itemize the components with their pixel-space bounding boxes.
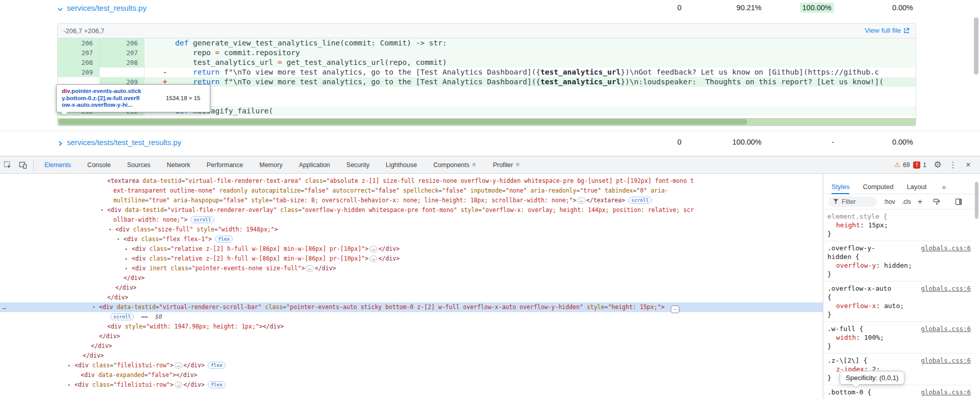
tab-security[interactable]: Security	[338, 156, 378, 174]
dom-tree-row[interactable]: </div>	[0, 351, 823, 361]
adorner-badge[interactable]: flex	[208, 362, 226, 369]
expand-inline-icon[interactable]: …	[306, 265, 313, 272]
adorner-badge[interactable]: scroll	[628, 197, 652, 204]
rendering-emulation-icon[interactable]	[929, 195, 944, 208]
toggle-element-classes[interactable]: .cls	[902, 198, 911, 205]
expand-inline-icon[interactable]: …	[175, 382, 182, 388]
adorner-badge[interactable]: scroll	[110, 313, 134, 320]
markup-token	[146, 255, 150, 262]
tab-elements[interactable]: Elements	[36, 156, 79, 174]
styles-tab-computed[interactable]: Computed	[863, 180, 893, 194]
stylesheet-link[interactable]: globals.css:6	[921, 324, 971, 333]
page-scrollbar[interactable]	[973, 0, 979, 153]
dom-tree-row[interactable]: ▸<div inert class="pointer-events-none s…	[0, 264, 823, 273]
kebab-menu-icon[interactable]: ⋮	[945, 158, 961, 172]
dom-tree-row[interactable]: </div>	[0, 273, 823, 283]
dom-tree-row[interactable]: ▾<div class="size-full" style="width: 19…	[0, 225, 823, 234]
stylesheet-link[interactable]: globals.css:6	[921, 388, 971, 396]
css-property[interactable]: overflow-y: hidden;	[827, 261, 970, 270]
markup-token	[89, 381, 92, 388]
dom-tree-row[interactable]: <div data-expanded="false"></div>	[0, 370, 823, 380]
tab-application[interactable]: Application	[290, 156, 338, 174]
view-full-file-link[interactable]: View full file	[865, 27, 910, 34]
css-property[interactable]: overflow-x: auto;	[827, 301, 970, 310]
markup-token: style	[460, 206, 478, 214]
dom-tree-row[interactable]: ▸<div class="filelistui-row">…</div>flex	[0, 380, 823, 390]
rule-selector[interactable]: hidden {	[827, 252, 970, 261]
tab-network[interactable]: Network	[159, 156, 199, 174]
errors-badge[interactable]: ! 1	[913, 161, 926, 169]
scrollbar-thumb[interactable]	[974, 17, 978, 75]
device-toolbar-icon[interactable]	[15, 158, 31, 172]
dom-tree-row[interactable]: ext-transparent outline-none" readonly a…	[0, 186, 823, 196]
collapse-arrow-icon[interactable]: ▾	[101, 205, 103, 215]
dom-tree-row[interactable]: </div>	[0, 332, 823, 341]
adorner-badge[interactable]: flex	[215, 236, 233, 243]
scrollbar-thumb[interactable]	[59, 119, 747, 125]
tab-memory[interactable]: Memory	[251, 156, 290, 174]
stylesheet-link[interactable]: globals.css:6	[921, 284, 971, 293]
collapse-arrow-icon[interactable]: ▾	[109, 225, 111, 234]
chevron-right-icon[interactable]	[57, 139, 63, 146]
dom-tree-row[interactable]: </div>	[0, 341, 823, 351]
expand-arrow-icon[interactable]: ▸	[125, 244, 128, 254]
adorner-badge[interactable]: scroll	[190, 216, 214, 223]
file-name-link[interactable]: services/test_results.py	[67, 4, 146, 12]
css-property[interactable]: width: 100%;	[827, 333, 970, 342]
file-row-test-test-results[interactable]: services/tests/test_test_results.py 0 10…	[0, 131, 980, 153]
expand-arrow-icon[interactable]: ▸	[68, 380, 70, 390]
dom-tree-row[interactable]: ▾<div data-testid="virtual-file-renderer…	[0, 205, 823, 215]
dom-tree-row[interactable]: </div>	[0, 293, 823, 302]
expand-arrow-icon[interactable]: ▸	[68, 361, 70, 370]
tab-lighthouse[interactable]: Lighthouse	[378, 156, 425, 174]
dom-tree-row[interactable]: ollbar-width: none;">scroll	[0, 215, 823, 225]
tab-performance[interactable]: Performance	[199, 156, 252, 174]
warnings-badge[interactable]: ⚠ 69	[894, 161, 910, 169]
computed-panel-toggle-icon[interactable]	[951, 195, 966, 208]
chevron-down-icon[interactable]	[57, 5, 63, 11]
dom-tree-row[interactable]: ▸<div class="filelistui-row">…</div>flex	[0, 361, 823, 370]
diff-horizontal-scrollbar[interactable]	[58, 118, 916, 126]
collapse-arrow-icon[interactable]: ▾	[92, 302, 95, 312]
expand-inline-icon[interactable]: …	[370, 255, 377, 262]
expand-inline-icon[interactable]: …	[370, 246, 377, 252]
stylesheet-link[interactable]: globals.css:6	[921, 356, 971, 365]
new-style-rule-button[interactable]: +	[918, 197, 922, 206]
inspect-element-icon[interactable]	[0, 158, 15, 172]
dom-tree-row[interactable]: ▸<div class="relative z-[2] h-full w-[86…	[0, 254, 823, 264]
toggle-hover-state[interactable]: :hov	[884, 198, 895, 205]
dom-tree-row[interactable]: <textarea data-testid="virtual-file-rend…	[0, 176, 823, 186]
expand-inline-icon[interactable]: …	[577, 197, 585, 204]
more-actions-icon[interactable]: …	[3, 302, 7, 312]
expand-arrow-icon[interactable]: ▸	[125, 264, 128, 273]
expand-inline-icon[interactable]: …	[175, 362, 182, 369]
styles-scrollbar-thumb[interactable]	[975, 182, 978, 219]
settings-gear-icon[interactable]: ⚙	[930, 158, 945, 172]
markup-token	[130, 226, 133, 233]
styles-tab-layout[interactable]: Layout	[906, 180, 926, 194]
more-tabs-icon[interactable]: »	[942, 183, 946, 191]
css-property[interactable]: height: 15px;	[827, 221, 970, 229]
file-row-test-results[interactable]: services/test_results.py 0 90.21% 100.00…	[0, 0, 980, 16]
dom-tree-row[interactable]: ▾<div class="flex flex-1">flex	[0, 234, 823, 244]
stylesheet-link[interactable]: globals.css:6	[921, 244, 971, 252]
tab-console[interactable]: Console	[79, 156, 119, 174]
tab-profiler[interactable]: Profiler⚛	[485, 156, 528, 174]
rule-selector[interactable]: {	[827, 293, 970, 301]
styles-filter-input[interactable]: Filter	[828, 197, 877, 207]
rule-selector[interactable]: element.style {	[827, 212, 970, 221]
adorner-badge[interactable]: flex	[208, 381, 226, 388]
file-name-link[interactable]: services/tests/test_test_results.py	[67, 138, 181, 147]
dom-tree-row[interactable]: scroll == $0	[0, 312, 823, 322]
close-devtools-icon[interactable]: ✕	[961, 158, 976, 172]
tab-components[interactable]: Components⚛	[425, 156, 485, 174]
collapse-arrow-icon[interactable]: ▾	[117, 234, 119, 244]
dom-tree-row[interactable]: multiline="true" aria-haspopup="false" s…	[0, 196, 823, 205]
expand-arrow-icon[interactable]: ▸	[125, 254, 128, 264]
dom-tree-row-selected[interactable]: ▾…<div data-testid="virtual-renderer-scr…	[0, 302, 823, 312]
styles-tab-styles[interactable]: Styles	[831, 180, 849, 194]
tab-sources[interactable]: Sources	[119, 156, 159, 174]
dom-tree-row[interactable]: <div style="width: 1947.98px; height: 1p…	[0, 322, 823, 332]
dom-tree-row[interactable]: ▸<div class="relative z-[2] h-full w-[86…	[0, 244, 823, 254]
dom-tree-row[interactable]: </div>	[0, 283, 823, 293]
